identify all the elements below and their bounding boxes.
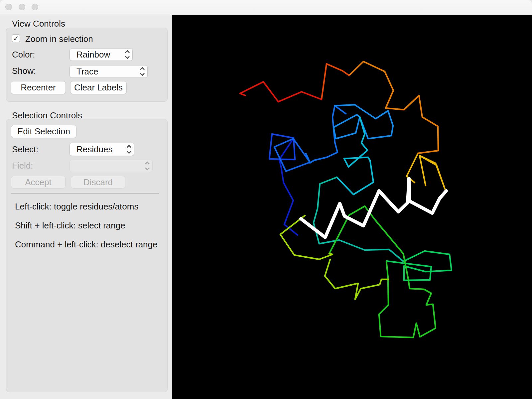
molecule-strand-cyan-run	[337, 117, 373, 195]
field-select	[69, 160, 153, 172]
color-select-value: Rainbow	[76, 50, 110, 60]
color-label: Color:	[12, 50, 35, 60]
molecule-svg	[172, 15, 532, 399]
help-shift-click: Shift + left-click: select range	[15, 220, 125, 231]
molecule-strand-teal-run	[314, 177, 403, 261]
stepper-icon	[126, 51, 129, 59]
edit-selection-button[interactable]: Edit Selection	[11, 125, 76, 138]
molecule-strand-green-lobe	[329, 206, 436, 337]
clear-labels-button[interactable]: Clear Labels	[70, 81, 127, 94]
recenter-button[interactable]: Recenter	[11, 81, 66, 94]
zoom-window-icon[interactable]	[32, 4, 38, 10]
select-mode-select[interactable]: Residues	[69, 143, 134, 156]
discard-button: Discard	[71, 176, 125, 189]
checkmark-icon: ✓	[13, 35, 19, 42]
stepper-icon	[146, 162, 149, 170]
molecule-strand-red-terminus	[240, 82, 322, 102]
show-select[interactable]: Trace	[69, 65, 148, 78]
zoom-in-selection-checkbox[interactable]: ✓	[12, 34, 20, 42]
zoom-in-selection-label[interactable]: Zoom in selection	[25, 34, 93, 44]
help-divider	[11, 193, 159, 194]
app-window: View Controls ✓ Zoom in selection Color:…	[0, 0, 532, 399]
stepper-icon	[141, 68, 144, 75]
molecule-strand-deepsky-loop	[333, 105, 393, 139]
select-label: Select:	[12, 144, 39, 155]
window-titlebar[interactable]	[0, 0, 532, 15]
molecule-strand-gold-knot	[420, 156, 445, 189]
molecule-strand-dodger-diamond	[274, 139, 310, 171]
molecule-viewport[interactable]	[172, 15, 532, 399]
help-command-click: Command + left-click: deselect range	[15, 239, 157, 250]
stepper-icon	[127, 146, 131, 153]
molecule-strand-orangered-link	[322, 64, 349, 99]
show-select-value: Trace	[76, 66, 98, 77]
field-label: Field:	[12, 161, 33, 171]
close-window-icon[interactable]	[5, 4, 12, 10]
select-mode-value: Residues	[76, 144, 112, 155]
control-sidebar: View Controls ✓ Zoom in selection Color:…	[0, 15, 172, 399]
show-label: Show:	[12, 66, 36, 76]
molecule-strand-chartreuse-zigzag	[325, 259, 388, 299]
molecule-strand-blue-link	[306, 106, 346, 163]
help-left-click: Left-click: toggle residues/atoms	[15, 201, 138, 212]
molecule-strand-white-selection	[301, 179, 446, 237]
minimize-window-icon[interactable]	[19, 4, 25, 10]
color-select[interactable]: Rainbow	[69, 48, 133, 61]
accept-button: Accept	[11, 176, 66, 189]
